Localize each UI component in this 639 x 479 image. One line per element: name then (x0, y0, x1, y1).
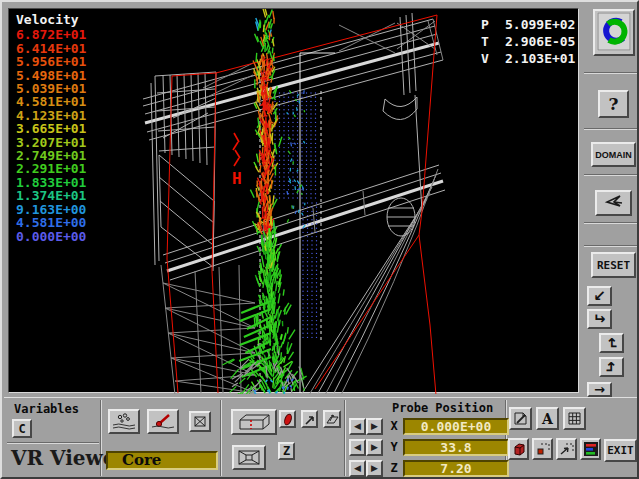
probe-inc-button[interactable]: ▶ (366, 418, 383, 435)
zoom-out-icon: ↙ (593, 289, 606, 304)
probe-value-field[interactable]: 7.20 (403, 460, 509, 477)
right-toolbar: ? DOMAIN RESET ↗↙ ↵↵ ↵ ↵ ←→ (582, 4, 639, 397)
readout-value: 2.103E+01 (505, 51, 575, 66)
readout-label: P (481, 16, 505, 33)
readout-value: 5.099E+02 (505, 17, 575, 32)
move-to-region-button[interactable] (556, 438, 577, 460)
region-icon (536, 442, 550, 456)
bottom-panel: Variables PTVC VR Viewer (4, 397, 639, 479)
flow3d-logo-icon (597, 12, 631, 54)
readout-label: T (481, 33, 505, 50)
readout-value: 2.906E-05 (505, 34, 575, 49)
plane-vectors-icon (326, 413, 339, 426)
snapshot-button[interactable] (509, 407, 532, 430)
colorbars-icon (584, 442, 598, 456)
legend-value: 3.665E+01 (16, 122, 86, 135)
slice-button[interactable] (279, 410, 296, 428)
pan-right-icon: → (594, 383, 605, 396)
h-marker-label: H (232, 169, 242, 188)
probe-position-title: Probe Position (392, 401, 493, 415)
legend-value: 3.207E+01 (16, 136, 86, 149)
grid-icon (567, 411, 582, 426)
nav-tilt-down-slot: ↵ (599, 357, 627, 380)
app-logo-button[interactable] (593, 9, 635, 56)
legend-value: 4.123E+01 (16, 109, 86, 122)
text-annotation-button[interactable]: A (536, 407, 559, 430)
show-obstacle-button[interactable] (508, 438, 529, 460)
axis-button-z[interactable]: Z (278, 442, 295, 460)
app-window: H Velocity 6.872E+016.414E+015.956E+015.… (0, 0, 639, 479)
legend-value: 2.749E+01 (16, 149, 86, 162)
view-direction-button[interactable] (595, 190, 632, 216)
region-select-button[interactable] (532, 438, 553, 460)
particles-button[interactable] (108, 409, 140, 434)
rotate-right-icon: ↵ (593, 312, 606, 327)
legend-value: 9.163E+00 (16, 203, 86, 216)
domain-button[interactable]: DOMAIN (591, 142, 636, 167)
vector-plot-button[interactable] (301, 410, 318, 428)
readout-row: P5.099E+02 (481, 16, 575, 33)
legend-value: 1.374E+01 (16, 189, 86, 202)
probe-value-field[interactable]: 33.8 (403, 439, 509, 456)
nav-tilt-down-button[interactable]: ↵ (599, 357, 624, 377)
colorbars-button[interactable] (580, 438, 601, 460)
tilt-down-icon: ↵ (604, 361, 619, 374)
probe-value-field[interactable]: 0.000E+00 (403, 418, 509, 435)
probe-readout: P5.099E+02T2.906E-05V2.103E+01 (481, 16, 575, 67)
exit-button[interactable]: EXIT (604, 439, 637, 462)
probe-row-y: ◀▶Y33.8 (349, 438, 509, 456)
nav-zoom-out-button[interactable]: ↙ (587, 286, 612, 306)
legend-value: 1.833E+01 (16, 176, 86, 189)
readout-row: T2.906E-05 (481, 33, 575, 50)
legend-value: 5.498E+01 (16, 69, 86, 82)
fit-view-button[interactable] (232, 445, 266, 470)
readout-label: V (481, 50, 505, 67)
component-select[interactable]: Core (106, 451, 218, 470)
velocity-legend: Velocity 6.872E+016.414E+015.956E+015.49… (16, 13, 86, 243)
snapshot-icon (513, 411, 528, 426)
help-button[interactable]: ? (598, 90, 629, 118)
arrow-into-box-icon (560, 442, 574, 456)
particles-icon (112, 413, 136, 430)
legend-value: 5.039E+01 (16, 82, 86, 95)
legend-value: 2.291E+01 (16, 162, 86, 175)
legend-value: 5.956E+01 (16, 55, 86, 68)
nav-pan-right-button[interactable]: → (587, 382, 612, 397)
letter-a-icon: A (542, 411, 553, 427)
clear-display-button[interactable] (189, 411, 211, 432)
legend-entries: 6.872E+016.414E+015.956E+015.498E+015.03… (16, 28, 86, 243)
probe-axis-label: X (387, 419, 401, 433)
cut-plane-box-icon (236, 413, 272, 431)
probe-inc-button[interactable]: ▶ (366, 439, 383, 456)
probe-row-x: ◀▶X0.000E+00 (349, 417, 509, 435)
probe-dec-button[interactable]: ◀ (349, 439, 366, 456)
arrow-up-right-icon (304, 413, 316, 426)
nav-tilt-up-button[interactable]: ↵ (599, 333, 624, 353)
slice-ellipse-icon (282, 413, 294, 426)
nav-rotate-right-button[interactable]: ↵ (587, 309, 612, 329)
open-box-icon (512, 442, 526, 456)
nav-tilt-up-slot: ↵ (599, 333, 627, 356)
legend-value: 0.000E+00 (16, 230, 86, 243)
tilt-up-icon: ↵ (604, 337, 619, 350)
probe-dec-button[interactable]: ◀ (349, 418, 366, 435)
plane-vectors-button[interactable] (323, 410, 341, 428)
grid-button[interactable] (563, 407, 586, 430)
probe-axis-label: Z (387, 461, 401, 475)
viewport-3d[interactable]: H Velocity 6.872E+016.414E+015.956E+015.… (8, 8, 579, 393)
variable-button-c[interactable]: C (12, 419, 32, 438)
readout-row: V2.103E+01 (481, 50, 575, 67)
probe-axis-label: Y (387, 440, 401, 454)
view-direction-icon (604, 194, 624, 212)
legend-value: 4.581E+00 (16, 216, 86, 229)
probe-dec-button[interactable]: ◀ (349, 460, 366, 477)
cut-plane-button[interactable] (231, 409, 277, 435)
legend-title: Velocity (16, 13, 86, 26)
fit-box-icon (237, 449, 261, 466)
thermometer-icon (151, 413, 175, 430)
reset-button[interactable]: RESET (591, 252, 636, 278)
box-cross-icon (193, 415, 207, 428)
legend-value: 6.872E+01 (16, 28, 86, 41)
probe-inc-button[interactable]: ▶ (366, 460, 383, 477)
temperature-probe-button[interactable] (147, 409, 179, 434)
